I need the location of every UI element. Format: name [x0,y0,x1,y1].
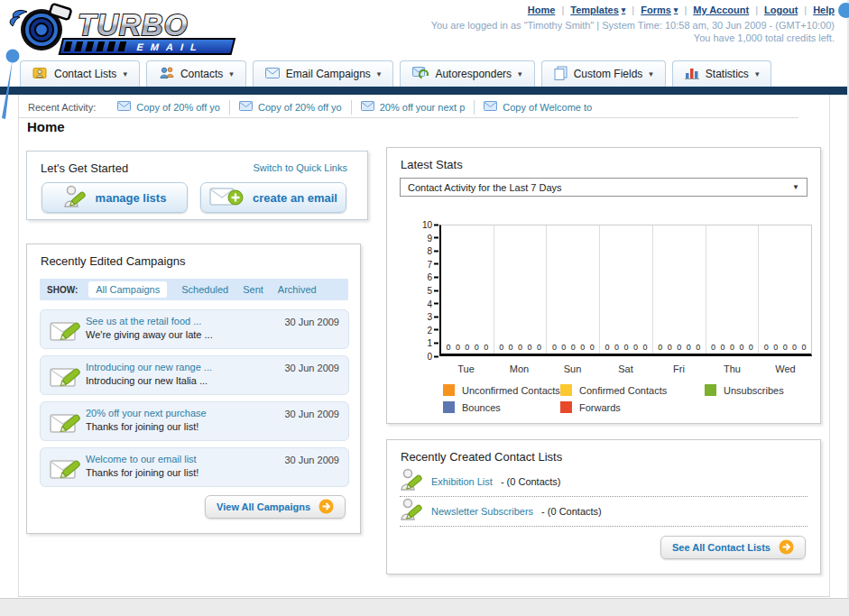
top-nav-link[interactable]: Home [528,5,556,15]
chart-value-label: 0 [773,342,778,353]
campaign-row[interactable]: Introducing our new range ... Introducin… [40,355,349,395]
chart-value-label: 0 [499,342,503,353]
campaign-date: 30 Jun 2009 [284,455,339,465]
chart-x-tick-label: Fri [652,363,706,374]
edit-campaign-icon [50,364,82,392]
chart-x-tick-label: Thu [706,363,759,374]
nav-tab[interactable]: Contact Lists ▾ [20,60,140,87]
caret-down-icon: ▾ [674,5,678,14]
footer-strip [0,598,849,616]
top-nav-link-label: Home [528,5,556,15]
caret-down-icon: ▾ [229,69,234,78]
caret-down-icon: ▾ [518,69,522,78]
legend-item: Unsubscribes [705,384,784,396]
chart-value-label: 0 [642,342,647,353]
get-started-button[interactable]: create an email [200,182,346,213]
nav-tab[interactable]: Custom Fields ▾ [541,60,666,87]
login-status: You are logged in as "Timothy Smith" | S… [431,20,835,31]
contact-lists-icon [32,66,48,82]
chart-group: 00000 [441,225,494,354]
chart-value-label: 0 [764,342,769,353]
contact-list-item[interactable]: Exhibition List - (0 Contacts) [400,467,807,497]
pin-decoration-icon [0,48,23,125]
top-nav-link[interactable]: Forms ▾ [641,5,678,15]
contact-list-link[interactable]: Newsletter Subscribers [431,506,533,517]
top-nav-link-label: Forms [641,5,671,15]
see-all-contact-lists-button[interactable]: See All Contact Lists [660,536,806,559]
contact-lists-panel: Recently Created Contact Lists Exhibitio… [386,439,821,575]
get-started-button-label: manage lists [96,191,167,205]
get-started-button[interactable]: manage lists [42,182,188,213]
nav-tab[interactable]: Autoresponders ▾ [400,60,534,87]
chart-value-label: 0 [456,342,460,353]
page-title: Home [27,119,65,134]
campaign-row[interactable]: 20% off your next purchase Thanks for jo… [40,401,349,441]
campaigns-title: Recently Edited Campaigns [41,254,185,268]
campaign-filter-tab[interactable]: Sent [243,284,263,295]
arrow-circle-icon [779,539,794,556]
contact-list-count: - (0 Contacts) [541,506,602,517]
chart-value-label: 0 [711,342,715,353]
nav-tab[interactable]: Email Campaigns ▾ [253,60,394,87]
chart-x-tick-label: Mon [493,363,546,374]
view-all-campaigns-label: View All Campaigns [217,501,310,512]
chart-value-label: 0 [668,342,672,353]
chart-x-tick-label: Wed [759,363,812,374]
campaign-list: See us at the retail food ... We're givi… [40,309,349,493]
view-all-campaigns-button[interactable]: View All Campaigns [205,495,346,519]
top-nav-link[interactable]: Help [813,5,835,15]
chart-value-label: 0 [475,342,479,353]
campaign-subtitle: Thanks for joining our list! [86,467,341,478]
campaign-filter-tab[interactable]: Archived [278,284,317,295]
campaign-row[interactable]: Welcome to our email list Thanks for joi… [40,447,349,487]
chart-value-label: 0 [677,342,681,353]
chart-value-label: 0 [720,342,724,353]
chart-value-label: 0 [730,342,734,353]
top-nav-link-wrap: Help [813,5,835,15]
chart-plot: 00000000000000000000000000000000000 [439,225,812,356]
campaign-subtitle: Introducing our new Italia ... [86,375,341,386]
top-nav-link-wrap: Forms ▾ [641,5,693,15]
campaign-filter-tab[interactable]: Scheduled [181,284,228,295]
chart-value-label: 0 [580,342,585,353]
chart-value-label: 0 [537,342,541,353]
contact-list-link[interactable]: Exhibition List [431,476,493,487]
nav-tab[interactable]: Statistics ▾ [672,60,772,87]
top-nav-link[interactable]: My Account [693,5,749,15]
chart-value-label: 0 [528,342,532,353]
campaign-filter-label: Sent [243,284,263,295]
custom-fields-icon [554,66,568,83]
stats-range-dropdown[interactable]: Contact Activity for the Last 7 Days ▼ [400,178,807,197]
top-nav-link[interactable]: Logout [764,5,798,15]
navy-divider-bar [0,87,849,95]
credits-note: You have 1,000 total credits left. [694,32,835,43]
campaign-date: 30 Jun 2009 [284,363,339,373]
legend-item: Forwards [560,401,705,413]
top-nav-link-label: Logout [764,5,798,15]
chart-value-label: 0 [571,342,576,353]
edit-campaign-icon [50,318,82,346]
campaign-row[interactable]: See us at the retail food ... We're givi… [40,309,349,349]
top-nav-link[interactable]: Templates ▾ [570,5,625,15]
campaigns-filter-bar: SHOW: All Campaigns Scheduled Sent Archi… [40,279,348,300]
contact-list-item[interactable]: Newsletter Subscribers - (0 Contacts) [400,497,807,527]
top-nav-link-label: My Account [693,5,749,15]
help-icon[interactable] [838,3,849,18]
get-started-title: Let's Get Started [41,161,128,175]
latest-stats-panel: Latest Stats Contact Activity for the La… [386,147,821,424]
nav-tab[interactable]: Contacts ▾ [146,60,246,87]
chart-value-label: 0 [783,342,788,353]
campaign-date: 30 Jun 2009 [284,317,339,327]
logo-title-text: TURBO [78,8,188,41]
legend-item: Confirmed Contacts [560,384,705,396]
nav-tab-label: Custom Fields [574,68,643,80]
chart-value-label: 0 [624,342,629,353]
campaign-filter-tab[interactable]: All Campaigns [88,281,167,298]
switch-quick-links[interactable]: Switch to Quick Links [253,162,347,173]
chart-value-label: 0 [484,342,488,353]
campaign-subtitle: We're giving away our late ... [86,329,341,340]
chart-group: 00000 [759,225,811,354]
campaign-filters: All Campaigns Scheduled Sent Archived [88,281,316,298]
nav-tab-label: Contacts [180,68,223,80]
edit-list-icon [400,497,423,526]
